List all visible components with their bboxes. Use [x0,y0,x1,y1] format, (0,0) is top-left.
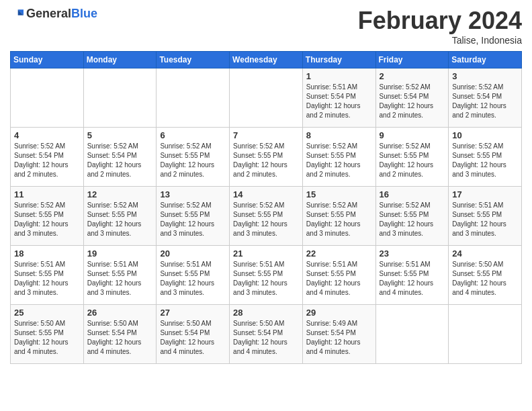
day-info: Sunrise: 5:51 AM Sunset: 5:55 PM Dayligh… [233,260,299,298]
day-info: Sunrise: 5:52 AM Sunset: 5:55 PM Dayligh… [233,201,299,238]
day-number: 23 [380,248,445,259]
logo-text: GeneralBlue [26,7,97,21]
calendar-cell [375,305,449,364]
calendar-cell: 17Sunrise: 5:51 AM Sunset: 5:55 PM Dayli… [449,187,522,246]
calendar-cell: 3Sunrise: 5:52 AM Sunset: 5:54 PM Daylig… [449,68,522,128]
day-number: 25 [14,308,80,318]
calendar-week-row: 4Sunrise: 5:52 AM Sunset: 5:54 PM Daylig… [11,128,522,187]
calendar-cell [83,68,157,128]
title-block: February 2024 Talise, Indonesia [358,7,522,46]
day-info: Sunrise: 5:51 AM Sunset: 5:55 PM Dayligh… [306,260,372,298]
calendar-cell: 1Sunrise: 5:51 AM Sunset: 5:54 PM Daylig… [302,68,375,128]
day-info: Sunrise: 5:52 AM Sunset: 5:55 PM Dayligh… [160,201,226,238]
day-info: Sunrise: 5:52 AM Sunset: 5:54 PM Dayligh… [452,83,518,120]
calendar-cell: 8Sunrise: 5:52 AM Sunset: 5:55 PM Daylig… [302,128,375,187]
day-number: 2 [380,71,445,81]
day-number: 16 [380,189,445,199]
calendar-cell: 20Sunrise: 5:51 AM Sunset: 5:55 PM Dayli… [157,246,230,305]
calendar-cell: 25Sunrise: 5:50 AM Sunset: 5:55 PM Dayli… [11,305,84,364]
day-info: Sunrise: 5:52 AM Sunset: 5:55 PM Dayligh… [306,142,372,179]
calendar-cell: 27Sunrise: 5:50 AM Sunset: 5:54 PM Dayli… [157,305,230,364]
day-number: 26 [87,308,153,318]
calendar-cell: 5Sunrise: 5:52 AM Sunset: 5:54 PM Daylig… [83,128,157,187]
weekday-header-sunday: Sunday [11,52,84,68]
calendar-cell: 26Sunrise: 5:50 AM Sunset: 5:54 PM Dayli… [83,305,157,364]
day-info: Sunrise: 5:51 AM Sunset: 5:55 PM Dayligh… [452,201,518,238]
weekday-header-monday: Monday [83,52,157,68]
day-info: Sunrise: 5:51 AM Sunset: 5:55 PM Dayligh… [160,260,226,298]
day-number: 11 [14,189,80,199]
day-number: 5 [87,130,153,140]
day-info: Sunrise: 5:50 AM Sunset: 5:54 PM Dayligh… [160,319,226,357]
calendar-cell [449,305,522,364]
day-info: Sunrise: 5:52 AM Sunset: 5:54 PM Dayligh… [87,142,153,179]
day-info: Sunrise: 5:50 AM Sunset: 5:54 PM Dayligh… [233,319,299,357]
day-info: Sunrise: 5:51 AM Sunset: 5:55 PM Dayligh… [380,260,445,298]
calendar-cell: 10Sunrise: 5:52 AM Sunset: 5:55 PM Dayli… [449,128,522,187]
day-number: 15 [306,189,372,199]
calendar-cell: 15Sunrise: 5:52 AM Sunset: 5:55 PM Dayli… [302,187,375,246]
day-info: Sunrise: 5:50 AM Sunset: 5:55 PM Dayligh… [452,260,518,298]
day-number: 21 [233,248,299,259]
day-info: Sunrise: 5:52 AM Sunset: 5:55 PM Dayligh… [452,142,518,179]
day-number: 28 [233,308,299,318]
calendar-week-row: 25Sunrise: 5:50 AM Sunset: 5:55 PM Dayli… [11,305,522,364]
calendar-cell: 9Sunrise: 5:52 AM Sunset: 5:55 PM Daylig… [375,128,449,187]
day-info: Sunrise: 5:52 AM Sunset: 5:54 PM Dayligh… [380,83,445,120]
calendar-week-row: 18Sunrise: 5:51 AM Sunset: 5:55 PM Dayli… [11,246,522,305]
calendar-cell: 12Sunrise: 5:52 AM Sunset: 5:55 PM Dayli… [83,187,157,246]
calendar-cell: 16Sunrise: 5:52 AM Sunset: 5:55 PM Dayli… [375,187,449,246]
month-year-title: February 2024 [358,7,522,35]
calendar-cell [157,68,230,128]
day-number: 20 [160,248,226,259]
day-info: Sunrise: 5:51 AM Sunset: 5:55 PM Dayligh… [14,260,80,298]
calendar-table: SundayMondayTuesdayWednesdayThursdayFrid… [10,51,522,364]
weekday-header-friday: Friday [375,52,449,68]
day-number: 1 [306,71,372,81]
day-number: 8 [306,130,372,140]
logo-general: General [26,7,71,20]
calendar-week-row: 1Sunrise: 5:51 AM Sunset: 5:54 PM Daylig… [11,68,522,128]
calendar-cell: 13Sunrise: 5:52 AM Sunset: 5:55 PM Dayli… [157,187,230,246]
day-number: 12 [87,189,153,199]
calendar-cell: 19Sunrise: 5:51 AM Sunset: 5:55 PM Dayli… [83,246,157,305]
day-number: 27 [160,308,226,318]
calendar-cell: 11Sunrise: 5:52 AM Sunset: 5:55 PM Dayli… [11,187,84,246]
day-info: Sunrise: 5:51 AM Sunset: 5:54 PM Dayligh… [306,83,372,120]
day-info: Sunrise: 5:51 AM Sunset: 5:55 PM Dayligh… [87,260,153,298]
calendar-cell: 21Sunrise: 5:51 AM Sunset: 5:55 PM Dayli… [230,246,303,305]
calendar-cell: 4Sunrise: 5:52 AM Sunset: 5:54 PM Daylig… [11,128,84,187]
day-number: 18 [14,248,80,259]
calendar-cell: 18Sunrise: 5:51 AM Sunset: 5:55 PM Dayli… [11,246,84,305]
calendar-cell [11,68,84,128]
day-info: Sunrise: 5:52 AM Sunset: 5:55 PM Dayligh… [233,142,299,179]
day-info: Sunrise: 5:52 AM Sunset: 5:55 PM Dayligh… [306,201,372,238]
day-number: 7 [233,130,299,140]
day-info: Sunrise: 5:52 AM Sunset: 5:55 PM Dayligh… [160,142,226,179]
day-number: 13 [160,189,226,199]
calendar-week-row: 11Sunrise: 5:52 AM Sunset: 5:55 PM Dayli… [11,187,522,246]
day-info: Sunrise: 5:49 AM Sunset: 5:54 PM Dayligh… [306,319,372,357]
weekday-header-tuesday: Tuesday [157,52,230,68]
day-number: 19 [87,248,153,259]
logo-blue: Blue [71,7,97,20]
location-subtitle: Talise, Indonesia [358,35,522,46]
calendar-cell: 6Sunrise: 5:52 AM Sunset: 5:55 PM Daylig… [157,128,230,187]
day-number: 29 [306,308,372,318]
day-info: Sunrise: 5:52 AM Sunset: 5:54 PM Dayligh… [14,142,80,179]
weekday-header-wednesday: Wednesday [230,52,303,68]
day-info: Sunrise: 5:50 AM Sunset: 5:55 PM Dayligh… [14,319,80,357]
calendar-cell: 7Sunrise: 5:52 AM Sunset: 5:55 PM Daylig… [230,128,303,187]
weekday-header-saturday: Saturday [449,52,522,68]
weekday-header-thursday: Thursday [302,52,375,68]
day-number: 14 [233,189,299,199]
calendar-cell [230,68,303,128]
day-number: 3 [452,71,518,81]
day-number: 17 [452,189,518,199]
day-number: 4 [14,130,80,140]
calendar-cell: 29Sunrise: 5:49 AM Sunset: 5:54 PM Dayli… [302,305,375,364]
calendar-cell: 24Sunrise: 5:50 AM Sunset: 5:55 PM Dayli… [449,246,522,305]
calendar-cell: 28Sunrise: 5:50 AM Sunset: 5:54 PM Dayli… [230,305,303,364]
calendar-cell: 14Sunrise: 5:52 AM Sunset: 5:55 PM Dayli… [230,187,303,246]
day-info: Sunrise: 5:50 AM Sunset: 5:54 PM Dayligh… [87,319,153,357]
